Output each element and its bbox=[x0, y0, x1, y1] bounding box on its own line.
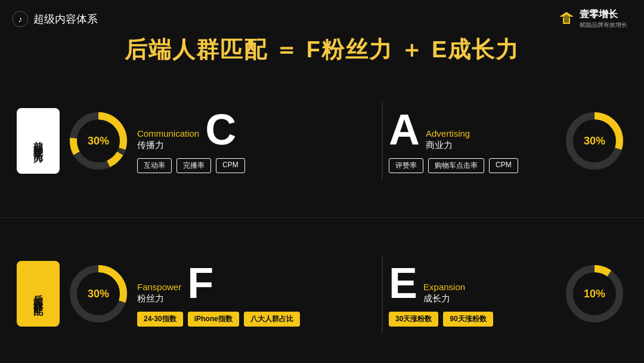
logo-sub: 赋能品牌有效增长 bbox=[580, 21, 627, 29]
tag-cpm-c: CPM bbox=[216, 158, 245, 173]
bottom-left-label-box: 后端人群匹配 bbox=[17, 261, 60, 327]
bottom-right-donut: 10% bbox=[562, 261, 627, 327]
svg-text:♪: ♪ bbox=[18, 14, 23, 24]
bottom-left-en: Fanspower bbox=[137, 282, 181, 292]
bottom-left-donut-pct: 30% bbox=[88, 288, 109, 300]
top-left-tags: 互动率 完播率 CPM bbox=[137, 158, 376, 173]
tag-wanbo: 完播率 bbox=[177, 158, 211, 173]
bottom-left-label-row: Fanspower 粉丝力 F bbox=[137, 262, 376, 304]
tag-cpm-a: CPM bbox=[489, 158, 518, 173]
bottom-right-section: E Expansion 成长力 30天涨粉数 90天涨粉数 bbox=[389, 261, 627, 327]
bottom-left-donut: 30% bbox=[66, 261, 131, 327]
top-left-card: Communication 传播力 C 互动率 完播率 CPM bbox=[137, 108, 376, 173]
tag-pingzan: 评赞率 bbox=[389, 158, 423, 173]
bottom-right-donut-pct: 10% bbox=[584, 288, 605, 300]
vertical-divider-2 bbox=[382, 255, 383, 333]
top-right-card: A Advertising 商业力 评赞率 购物车点击率 CPM bbox=[389, 108, 556, 173]
top-left-label-box: 前端种草能力 bbox=[17, 108, 60, 174]
bottom-left-label: 后端人群匹配 bbox=[32, 287, 45, 301]
bottom-right-en: Expansion bbox=[423, 282, 465, 292]
bottom-left-card: Fanspower 粉丝力 F 24-30指数 iPhone指数 八大人群占比 bbox=[137, 262, 376, 327]
tag-cart: 购物车点击率 bbox=[428, 158, 484, 173]
tag-90days: 90天涨粉数 bbox=[443, 312, 493, 327]
top-left-label: 前端种草能力 bbox=[32, 134, 45, 148]
main-title: 后端人群匹配 ＝ F粉丝力 ＋ E成长力 bbox=[0, 35, 644, 65]
top-right-big-letter: A bbox=[389, 108, 420, 151]
header: ♪ 超级内容体系 壹零增长 赋能品牌有效增长 bbox=[0, 8, 644, 29]
row-separator bbox=[0, 217, 644, 218]
header-left: ♪ 超级内容体系 bbox=[12, 11, 98, 27]
tag-bada: 八大人群占比 bbox=[244, 312, 300, 327]
tag-iphone: iPhone指数 bbox=[188, 312, 239, 327]
top-left-zh: 传播力 bbox=[137, 140, 199, 151]
tag-hudong: 互动率 bbox=[137, 158, 172, 173]
bottom-right-tags: 30天涨粉数 90天涨粉数 bbox=[389, 312, 556, 327]
logo-main: 壹零增长 bbox=[580, 8, 618, 21]
header-title: 超级内容体系 bbox=[33, 12, 98, 26]
top-right-en: Advertising bbox=[426, 128, 470, 139]
top-right-section: A Advertising 商业力 评赞率 购物车点击率 CPM bbox=[389, 108, 627, 174]
bottom-row: 后端人群匹配 30% Fanspower 粉丝力 F 24-30指数 iPhon… bbox=[17, 225, 627, 364]
top-left-donut-pct: 30% bbox=[88, 134, 109, 147]
content-area: 前端种草能力 30% Communication 传播力 C 互动率 bbox=[0, 72, 644, 363]
logo-text-block: 壹零增长 赋能品牌有效增长 bbox=[580, 8, 627, 29]
bottom-left-tags: 24-30指数 iPhone指数 八大人群占比 bbox=[137, 312, 376, 327]
top-left-donut: 30% bbox=[66, 108, 131, 174]
top-right-label-row: A Advertising 商业力 bbox=[389, 108, 556, 151]
bottom-right-card: E Expansion 成长力 30天涨粉数 90天涨粉数 bbox=[389, 262, 556, 327]
vertical-divider bbox=[382, 102, 383, 180]
top-right-donut: 30% bbox=[562, 108, 627, 174]
bottom-right-zh: 成长力 bbox=[423, 293, 465, 304]
top-left-en: Communication bbox=[137, 128, 199, 139]
top-row: 前端种草能力 30% Communication 传播力 C 互动率 bbox=[17, 72, 627, 210]
tag-24-30: 24-30指数 bbox=[137, 312, 183, 327]
top-right-tags: 评赞率 购物车点击率 CPM bbox=[389, 158, 556, 173]
top-left-big-letter: C bbox=[205, 108, 236, 151]
top-right-zh: 商业力 bbox=[426, 140, 470, 151]
logo-area: 壹零增长 赋能品牌有效增长 bbox=[557, 8, 627, 29]
bottom-left-zh: 粉丝力 bbox=[137, 293, 181, 304]
top-right-donut-pct: 30% bbox=[584, 134, 605, 147]
tag-30days: 30天涨粉数 bbox=[389, 312, 438, 327]
bottom-right-big-letter: E bbox=[389, 262, 417, 304]
bottom-left-big-letter: F bbox=[187, 262, 213, 304]
logo-icon bbox=[557, 10, 576, 29]
bottom-right-label-row: E Expansion 成长力 bbox=[389, 262, 556, 304]
top-left-label-row: Communication 传播力 C bbox=[137, 108, 376, 151]
tiktok-icon: ♪ bbox=[12, 11, 29, 27]
